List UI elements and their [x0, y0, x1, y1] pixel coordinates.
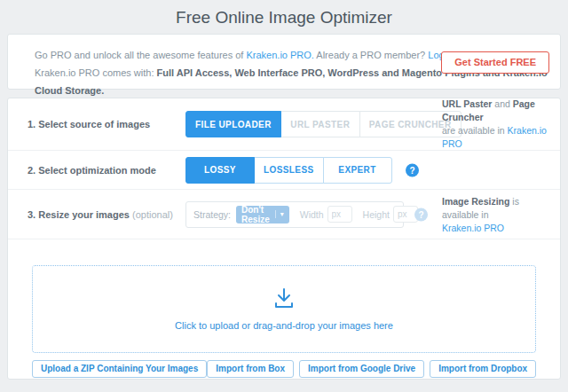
import-box-button[interactable]: Import from Box	[207, 360, 294, 378]
mode-row: 2. Select optimization mode LOSSY LOSSLE…	[8, 150, 560, 189]
resize-label-bold: 3. Resize your images	[28, 209, 130, 220]
mode-help-icon[interactable]: ?	[406, 163, 419, 176]
chevron-down-icon: ▾	[275, 210, 284, 218]
width-label: Width	[300, 209, 324, 220]
url-paster-button: URL PASTER	[280, 111, 360, 137]
note-text: and	[492, 98, 512, 109]
expert-button[interactable]: EXPERT	[323, 157, 392, 184]
lossy-button[interactable]: LOSSY	[185, 157, 255, 184]
upload-section: Click to upload or drag-and-drop your im…	[8, 239, 560, 380]
download-arrow-icon	[271, 288, 297, 311]
kraken-pro-link[interactable]: Kraken.io PRO.	[246, 50, 313, 60]
source-row: 1. Select source of images FILE UPLOADER…	[8, 98, 560, 150]
get-started-button[interactable]: Get Started FREE	[441, 51, 549, 74]
mode-label: 2. Select optimization mode	[28, 165, 156, 176]
lossless-button[interactable]: LOSSLESS	[254, 157, 324, 184]
upload-zip-button[interactable]: Upload a ZIP Containing Your Images	[32, 360, 207, 378]
height-label: Height	[363, 209, 390, 220]
resize-controls: Strategy: Don't Resize ▾ Width Height	[185, 201, 404, 228]
note-bold: Image Resizing	[442, 195, 509, 206]
resize-help-icon: ?	[414, 208, 428, 221]
import-buttons-row: Upload a ZIP Containing Your Images Impo…	[32, 360, 536, 378]
pro-banner: Go PRO and unlock all the awesome featur…	[7, 34, 561, 90]
banner-text: Go PRO and unlock all the awesome featur…	[35, 50, 246, 60]
import-google-drive-button[interactable]: Import from Google Drive	[299, 360, 424, 378]
strategy-dropdown: Don't Resize ▾	[236, 206, 289, 223]
page-title: Free Online Image Optimizer	[0, 8, 568, 27]
mode-button-group: LOSSY LOSSLESS EXPERT	[185, 157, 392, 184]
file-dropzone[interactable]: Click to upload or drag-and-drop your im…	[32, 265, 536, 353]
resize-label-optional: (optional)	[130, 209, 173, 220]
resize-pro-note: Image Resizing is available in Kraken.io…	[442, 194, 557, 234]
banner-text: Already a PRO member?	[314, 50, 428, 60]
optimizer-panel: 1. Select source of images FILE UPLOADER…	[7, 98, 561, 380]
source-pro-note: URL Paster and Page Cruncher are availab…	[442, 98, 557, 151]
strategy-value: Don't Resize	[241, 205, 270, 224]
file-uploader-button[interactable]: FILE UPLOADER	[185, 111, 281, 137]
source-button-group: FILE UPLOADER URL PASTER PAGE CRUNCHER	[185, 111, 462, 137]
resize-row: 3. Resize your images (optional) Strateg…	[8, 189, 560, 239]
banner-text: Kraken.io PRO comes with:	[35, 67, 157, 78]
source-label: 1. Select source of images	[28, 119, 150, 129]
note-bold: URL Paster	[442, 98, 492, 109]
resize-label: 3. Resize your images (optional)	[28, 209, 173, 220]
dropzone-text: Click to upload or drag-and-drop your im…	[175, 320, 393, 331]
strategy-label: Strategy:	[193, 209, 231, 220]
kraken-pro-link[interactable]: Kraken.io PRO	[442, 222, 504, 232]
note-text: are available in	[442, 125, 508, 136]
import-dropbox-button[interactable]: Import from Dropbox	[430, 360, 536, 378]
width-input	[327, 206, 352, 223]
